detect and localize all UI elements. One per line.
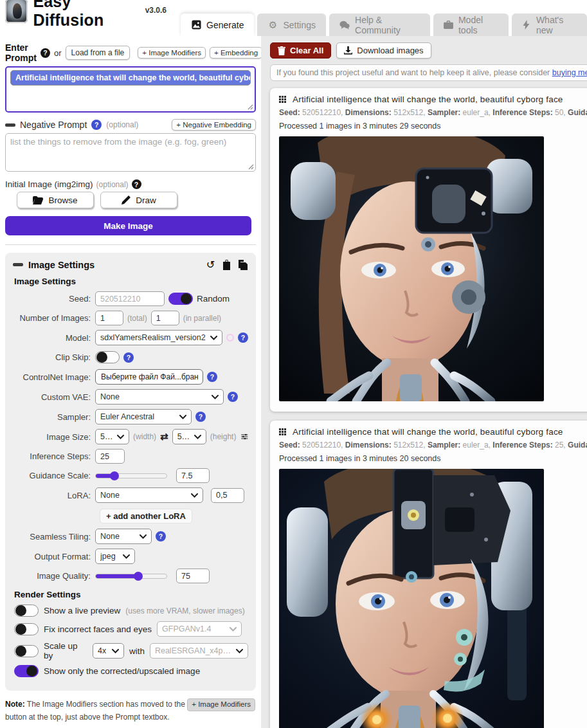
- size-options-icon[interactable]: [241, 432, 248, 441]
- load-from-file-button[interactable]: Load from a file: [66, 46, 131, 60]
- tab-model-tools[interactable]: Model tools: [433, 14, 509, 36]
- resize-grip-icon[interactable]: [248, 164, 254, 170]
- sampler-label: Sampler:: [13, 412, 95, 422]
- support-message: If you found this project useful and wan…: [270, 64, 587, 81]
- seed-input[interactable]: [95, 291, 165, 306]
- clip-skip-label: Clip Skip:: [13, 352, 95, 362]
- drag-handle-icon[interactable]: [279, 428, 286, 435]
- negative-prompt-input[interactable]: list the things to remove from the image…: [5, 133, 256, 172]
- custom-vae-label: Custom VAE:: [13, 392, 95, 402]
- num-images-parallel-input[interactable]: [151, 311, 179, 325]
- num-images-label: Number of Images:: [13, 313, 95, 323]
- result-card: Artificial intelligence that will change…: [270, 88, 587, 412]
- tab-help-community[interactable]: Help & Community: [329, 14, 430, 36]
- clip-skip-toggle[interactable]: [95, 351, 120, 363]
- seamless-tiling-select[interactable]: None: [95, 529, 152, 544]
- upscale-model-select[interactable]: RealESRGAN_x4plus: [150, 643, 248, 659]
- upscale-toggle[interactable]: [14, 645, 39, 657]
- image-settings-section-title: Image Settings: [14, 277, 248, 286]
- download-icon: [344, 46, 352, 55]
- negative-embedding-button[interactable]: + Negative Embedding: [172, 119, 256, 131]
- trash-icon: [278, 46, 285, 55]
- paste-settings-icon[interactable]: [221, 259, 232, 270]
- inference-steps-input[interactable]: [95, 449, 125, 464]
- buy-coffee-link[interactable]: buying me a coffee: [552, 68, 587, 77]
- tab-label: Model tools: [458, 15, 498, 35]
- tab-settings[interactable]: ⚙ Settings: [257, 14, 326, 36]
- collapse-handle-icon[interactable]: [13, 263, 23, 266]
- num-images-total-input[interactable]: [95, 311, 123, 325]
- prompt-input[interactable]: Artificial intelligence that will change…: [5, 66, 256, 113]
- negative-prompt-help-icon[interactable]: ?: [91, 120, 102, 130]
- result-meta: Seed: 520512210, Dimensions: 512x512, Sa…: [279, 108, 587, 117]
- controlnet-file-input[interactable]: Выберите файл Фай...бран: [95, 369, 203, 385]
- lora-weight-input[interactable]: [211, 488, 244, 503]
- model-help-icon[interactable]: ?: [238, 332, 248, 343]
- swap-dimensions-icon[interactable]: ⇄: [160, 431, 168, 442]
- clip-skip-help-icon[interactable]: ?: [123, 352, 134, 363]
- tab-label: Help & Community: [355, 15, 420, 35]
- image-settings-title: Image Settings: [28, 260, 200, 270]
- tab-generate[interactable]: Generate: [181, 14, 254, 36]
- negative-optional-hint: (optional): [106, 120, 138, 129]
- seed-label: Seed:: [13, 294, 95, 304]
- collapse-handle-icon[interactable]: [5, 123, 15, 127]
- fix-faces-model-select[interactable]: GFPGANv1.4: [157, 621, 242, 637]
- copy-settings-icon[interactable]: [237, 259, 248, 270]
- seamless-tiling-help-icon[interactable]: ?: [156, 531, 166, 541]
- make-image-button[interactable]: Make Image: [5, 216, 251, 235]
- image-quality-input[interactable]: [176, 569, 210, 583]
- result-image-1[interactable]: [279, 136, 544, 401]
- random-seed-toggle[interactable]: [168, 293, 193, 305]
- show-corrected-toggle[interactable]: [14, 665, 39, 677]
- sampler-help-icon[interactable]: ?: [195, 412, 206, 422]
- result-title: Artificial intelligence that will change…: [293, 427, 563, 437]
- upscale-factor-select[interactable]: 4x: [93, 643, 124, 659]
- reset-settings-icon[interactable]: ↺: [205, 259, 216, 270]
- fix-faces-toggle[interactable]: [14, 623, 39, 635]
- init-image-help-icon[interactable]: ?: [132, 179, 141, 189]
- embedding-button[interactable]: + Embedding: [210, 47, 262, 59]
- live-preview-hint: (uses more VRAM, slower images): [125, 606, 244, 615]
- tab-label: Settings: [283, 20, 316, 30]
- negative-prompt-placeholder: list the things to remove from the image…: [10, 137, 226, 147]
- controlnet-help-icon[interactable]: ?: [207, 372, 217, 382]
- result-image-2[interactable]: [279, 469, 544, 728]
- chevron-down-icon: [112, 649, 119, 653]
- output-format-label: Output Format:: [13, 552, 95, 561]
- add-lora-button[interactable]: + add another LoRA: [100, 509, 192, 523]
- output-format-select[interactable]: jpeg: [95, 549, 135, 564]
- lora-label: LoRA:: [13, 491, 95, 500]
- custom-vae-select[interactable]: None: [95, 389, 224, 405]
- guidance-scale-slider[interactable]: [95, 473, 167, 478]
- tab-label: Generate: [206, 20, 244, 30]
- drag-handle-icon[interactable]: [279, 96, 286, 103]
- model-select[interactable]: sdxlYamersRealism_version2: [95, 330, 222, 345]
- folder-icon: [33, 196, 43, 205]
- resize-grip-icon[interactable]: [248, 104, 253, 110]
- clear-all-button[interactable]: Clear All: [270, 42, 331, 59]
- model-reload-icon[interactable]: [226, 334, 234, 341]
- lora-select[interactable]: None: [95, 487, 203, 503]
- custom-vae-help-icon[interactable]: ?: [228, 392, 238, 402]
- prompt-help-icon[interactable]: ?: [41, 48, 50, 58]
- image-modifiers-button[interactable]: + Image Modifiers: [138, 47, 206, 59]
- browse-label: Browse: [48, 196, 77, 205]
- live-preview-toggle[interactable]: [14, 605, 39, 617]
- download-images-button[interactable]: Download images: [336, 42, 431, 59]
- tab-whats-new[interactable]: What's new: [512, 14, 587, 36]
- height-select[interactable]: 512 (*): [172, 429, 206, 444]
- width-select[interactable]: 512 (*): [95, 429, 129, 444]
- guidance-scale-input[interactable]: [176, 468, 210, 483]
- sampler-select[interactable]: Euler Ancestral: [95, 409, 192, 424]
- prompt-label: Enter Prompt: [5, 42, 37, 63]
- image-size-label: Image Size:: [13, 432, 95, 442]
- image-icon: [191, 20, 201, 30]
- draw-button[interactable]: Draw: [100, 192, 177, 208]
- results-pane: Clear All Download images If you found t…: [261, 36, 587, 728]
- chevron-down-icon: [212, 395, 219, 399]
- chevron-down-icon: [117, 435, 124, 439]
- browse-button[interactable]: Browse: [17, 192, 94, 208]
- chevron-down-icon: [210, 336, 217, 340]
- image-quality-slider[interactable]: [95, 574, 167, 579]
